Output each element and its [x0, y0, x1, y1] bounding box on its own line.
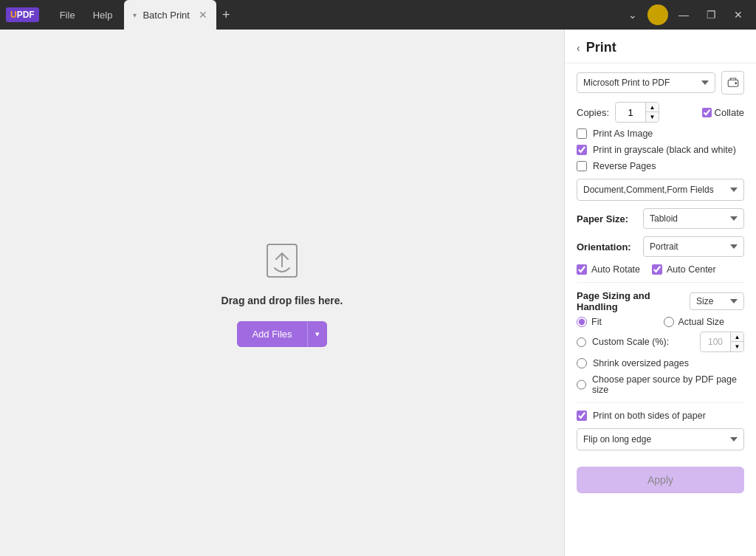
custom-scale-input[interactable] — [701, 334, 730, 350]
tab-arrow-icon: ▾ — [133, 11, 137, 19]
dropdown-button[interactable]: ⌄ — [621, 0, 645, 30]
add-files-main-button[interactable]: Add Files — [237, 321, 306, 347]
paper-size-label: Paper Size: — [577, 213, 643, 224]
custom-scale-radio[interactable] — [577, 337, 586, 347]
tab-bar: ▾ Batch Print ✕ + — [121, 0, 621, 30]
custom-scale-input-group[interactable]: ▲ ▼ — [700, 332, 744, 352]
scale-stepper: ▲ ▼ — [730, 332, 743, 351]
choose-paper-radio[interactable] — [577, 380, 586, 390]
copies-input-group[interactable]: ▲ ▼ — [615, 102, 659, 123]
app-logo: UPDF — [6, 7, 39, 22]
reverse-pages-row: Reverse Pages — [577, 161, 744, 171]
add-files-dropdown-arrow[interactable]: ▾ — [307, 322, 327, 346]
print-grayscale-checkbox[interactable] — [577, 145, 587, 155]
auto-rotate-label: Auto Rotate — [591, 264, 640, 275]
print-as-image-label: Print As Image — [593, 128, 653, 139]
fit-label: Fit — [591, 317, 602, 327]
add-files-button-group[interactable]: Add Files ▾ — [237, 321, 326, 347]
print-both-sides-checkbox[interactable] — [577, 411, 587, 421]
print-title: Print — [586, 40, 616, 55]
size-mode-select[interactable]: Size Fit Shrink Custom — [690, 292, 744, 310]
scale-down-button[interactable]: ▼ — [730, 342, 743, 351]
drop-panel: Drag and drop files here. Add Files ▾ — [0, 30, 564, 556]
print-grayscale-label: Print in grayscale (black and white) — [593, 145, 736, 155]
auto-center-label: Auto Center — [667, 264, 716, 275]
auto-options-row: Auto Rotate Auto Center — [577, 264, 744, 275]
copies-row: Copies: ▲ ▼ Collate — [577, 102, 744, 123]
auto-center-group: Auto Center — [652, 264, 716, 275]
copies-stepper: ▲ ▼ — [645, 103, 659, 122]
print-grayscale-row: Print in grayscale (black and white) — [577, 145, 744, 155]
shrink-oversized-label: Shrink oversized pages — [593, 358, 689, 368]
actual-size-option: Actual Size — [664, 317, 745, 327]
copies-label: Copies: — [577, 107, 609, 118]
printer-row: Microsoft Print to PDF Microsoft XPS Doc… — [577, 71, 744, 95]
scale-up-button[interactable]: ▲ — [730, 332, 743, 342]
custom-scale-row: Custom Scale (%): ▲ ▼ — [577, 332, 744, 352]
menu-help[interactable]: Help — [84, 0, 122, 30]
maximize-button[interactable]: ❐ — [699, 0, 724, 30]
window-controls: ⌄ — ❐ ✕ — [621, 0, 750, 30]
print-header: ‹ Print — [565, 30, 756, 64]
user-avatar[interactable] — [647, 4, 668, 25]
choose-paper-label: Choose paper source by PDF page size — [592, 374, 744, 395]
svg-point-3 — [735, 83, 736, 84]
printer-section: Microsoft Print to PDF Microsoft XPS Doc… — [565, 64, 756, 458]
page-sizing-header: Page Sizing and Handling Size Fit Shrink… — [577, 290, 744, 312]
print-panel: ‹ Print Microsoft Print to PDF Microsoft… — [564, 30, 756, 556]
close-button[interactable]: ✕ — [726, 0, 750, 30]
fit-actual-group: Fit Actual Size — [577, 317, 744, 327]
print-both-sides-label: Print on both sides of paper — [593, 411, 706, 421]
custom-scale-label: Custom Scale (%): — [592, 337, 669, 347]
titlebar: UPDF File Help ▾ Batch Print ✕ + ⌄ — ❐ ✕ — [0, 0, 756, 30]
orientation-row: Orientation: Portrait Landscape — [577, 236, 744, 257]
document-fields-select[interactable]: Document,Comment,Form Fields Document Do… — [577, 179, 744, 201]
divider-1 — [577, 282, 744, 283]
menu-file[interactable]: File — [51, 0, 84, 30]
auto-rotate-group: Auto Rotate — [577, 264, 640, 275]
fit-option: Fit — [577, 317, 658, 327]
tab-close-icon[interactable]: ✕ — [199, 9, 207, 21]
print-as-image-checkbox[interactable] — [577, 128, 587, 139]
paper-size-row: Paper Size: Tabloid Letter Legal A4 A3 — [577, 208, 744, 229]
reverse-pages-checkbox[interactable] — [577, 161, 587, 171]
printer-select[interactable]: Microsoft Print to PDF Microsoft XPS Doc… — [577, 72, 715, 93]
divider-2 — [577, 402, 744, 403]
auto-center-checkbox[interactable] — [652, 264, 662, 275]
apply-button[interactable]: Apply — [577, 467, 744, 493]
actual-size-label: Actual Size — [678, 317, 725, 327]
shrink-oversized-radio[interactable] — [577, 358, 587, 368]
choose-paper-row: Choose paper source by PDF page size — [577, 374, 744, 395]
main-content: Drag and drop files here. Add Files ▾ ‹ … — [0, 30, 756, 556]
drop-zone-icon — [260, 238, 304, 283]
copies-input[interactable] — [616, 104, 645, 121]
copies-up-button[interactable]: ▲ — [645, 103, 659, 112]
batch-print-tab[interactable]: ▾ Batch Print ✕ — [124, 0, 216, 30]
paper-size-select[interactable]: Tabloid Letter Legal A4 A3 — [643, 208, 744, 229]
drag-drop-text: Drag and drop files here. — [221, 295, 343, 306]
print-as-image-row: Print As Image — [577, 128, 744, 139]
back-arrow-icon[interactable]: ‹ — [577, 42, 580, 54]
copies-down-button[interactable]: ▼ — [645, 112, 659, 122]
page-sizing-title: Page Sizing and Handling — [577, 290, 690, 312]
orientation-label: Orientation: — [577, 241, 643, 253]
add-tab-button[interactable]: + — [216, 7, 236, 23]
fit-radio[interactable] — [577, 317, 587, 327]
flip-edge-select[interactable]: Flip on long edge Flip on short edge — [577, 428, 744, 450]
collate-group: Collate — [702, 107, 744, 118]
actual-size-radio[interactable] — [664, 317, 674, 327]
apply-section: Apply — [565, 458, 756, 502]
collate-checkbox[interactable] — [702, 108, 712, 117]
printer-settings-button[interactable] — [721, 71, 744, 95]
shrink-oversized-row: Shrink oversized pages — [577, 358, 744, 368]
auto-rotate-checkbox[interactable] — [577, 264, 587, 275]
minimize-button[interactable]: — — [671, 0, 696, 30]
collate-label: Collate — [715, 107, 744, 118]
reverse-pages-label: Reverse Pages — [593, 161, 656, 171]
orientation-select[interactable]: Portrait Landscape — [643, 236, 744, 257]
print-both-sides-row: Print on both sides of paper — [577, 411, 744, 421]
tab-label: Batch Print — [142, 10, 190, 21]
